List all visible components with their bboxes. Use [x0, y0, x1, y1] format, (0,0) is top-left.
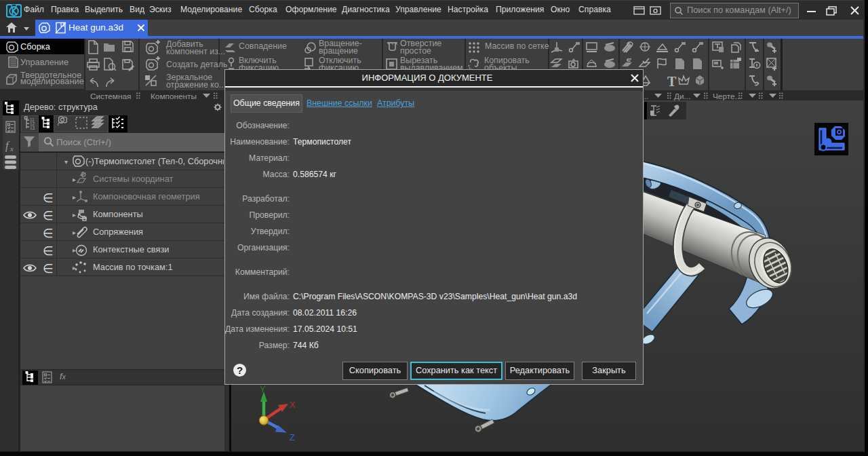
svg-text:13: 13 — [30, 126, 35, 130]
svg-text:f: f — [5, 140, 10, 152]
svg-text:Y: Y — [260, 384, 266, 394]
svg-text:T: T — [667, 74, 677, 89]
svg-text:x: x — [9, 145, 14, 153]
svg-text:X: X — [290, 400, 296, 410]
svg-text:Z: Z — [290, 432, 295, 442]
